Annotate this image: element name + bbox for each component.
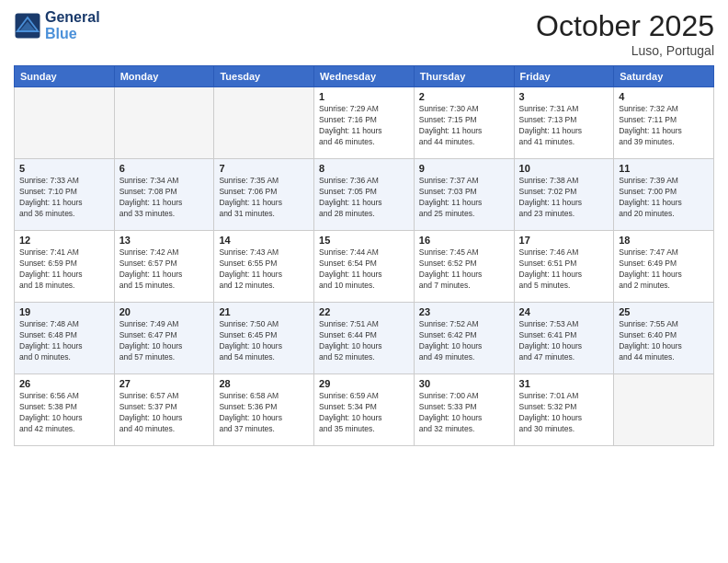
day-number: 28 (219, 378, 309, 389)
calendar-cell: 19Sunrise: 7:48 AM Sunset: 6:48 PM Dayli… (15, 303, 115, 374)
day-detail: Sunrise: 7:43 AM Sunset: 6:55 PM Dayligh… (219, 247, 309, 292)
day-detail: Sunrise: 7:48 AM Sunset: 6:48 PM Dayligh… (19, 319, 109, 363)
day-detail: Sunrise: 7:29 AM Sunset: 7:16 PM Dayligh… (319, 104, 409, 148)
weekday-header: Friday (514, 66, 614, 87)
calendar-cell: 12Sunrise: 7:41 AM Sunset: 6:59 PM Dayli… (15, 231, 115, 303)
day-number: 24 (519, 306, 609, 317)
day-detail: Sunrise: 7:39 AM Sunset: 7:00 PM Dayligh… (619, 176, 709, 220)
day-detail: Sunrise: 7:44 AM Sunset: 6:54 PM Dayligh… (319, 247, 409, 292)
calendar-cell (114, 87, 214, 159)
calendar-cell: 21Sunrise: 7:50 AM Sunset: 6:45 PM Dayli… (214, 303, 314, 374)
calendar-cell: 2Sunrise: 7:30 AM Sunset: 7:15 PM Daylig… (414, 87, 514, 159)
calendar-cell (15, 87, 115, 159)
day-number: 12 (19, 235, 109, 246)
calendar-cell: 14Sunrise: 7:43 AM Sunset: 6:55 PM Dayli… (214, 231, 314, 303)
calendar-cell: 9Sunrise: 7:37 AM Sunset: 7:03 PM Daylig… (414, 159, 514, 231)
weekday-header-row: SundayMondayTuesdayWednesdayThursdayFrid… (15, 66, 714, 87)
calendar-cell: 27Sunrise: 6:57 AM Sunset: 5:37 PM Dayli… (114, 374, 214, 446)
calendar-week-row: 19Sunrise: 7:48 AM Sunset: 6:48 PM Dayli… (15, 303, 714, 374)
day-detail: Sunrise: 7:31 AM Sunset: 7:13 PM Dayligh… (519, 104, 609, 148)
day-detail: Sunrise: 7:36 AM Sunset: 7:05 PM Dayligh… (319, 176, 409, 220)
day-detail: Sunrise: 7:01 AM Sunset: 5:32 PM Dayligh… (519, 391, 609, 435)
calendar-cell: 13Sunrise: 7:42 AM Sunset: 6:57 PM Dayli… (114, 231, 214, 303)
calendar-cell: 10Sunrise: 7:38 AM Sunset: 7:02 PM Dayli… (514, 159, 614, 231)
calendar-cell: 8Sunrise: 7:36 AM Sunset: 7:05 PM Daylig… (314, 159, 415, 231)
calendar-week-row: 26Sunrise: 6:56 AM Sunset: 5:38 PM Dayli… (15, 374, 714, 446)
calendar-cell: 22Sunrise: 7:51 AM Sunset: 6:44 PM Dayli… (314, 303, 415, 374)
day-number: 18 (619, 235, 709, 246)
day-detail: Sunrise: 7:42 AM Sunset: 6:57 PM Dayligh… (119, 247, 210, 292)
day-detail: Sunrise: 7:00 AM Sunset: 5:33 PM Dayligh… (419, 391, 509, 435)
calendar-cell: 1Sunrise: 7:29 AM Sunset: 7:16 PM Daylig… (314, 87, 415, 159)
day-number: 19 (19, 306, 109, 317)
day-number: 11 (619, 163, 709, 174)
day-detail: Sunrise: 7:55 AM Sunset: 6:40 PM Dayligh… (619, 319, 709, 363)
calendar-cell: 16Sunrise: 7:45 AM Sunset: 6:52 PM Dayli… (414, 231, 514, 303)
calendar-cell: 26Sunrise: 6:56 AM Sunset: 5:38 PM Dayli… (15, 374, 115, 446)
day-number: 25 (619, 306, 709, 317)
day-detail: Sunrise: 7:37 AM Sunset: 7:03 PM Dayligh… (419, 176, 509, 220)
title-block: October 2025 Luso, Portugal (536, 9, 714, 58)
calendar-cell: 20Sunrise: 7:49 AM Sunset: 6:47 PM Dayli… (114, 303, 214, 374)
calendar-cell: 11Sunrise: 7:39 AM Sunset: 7:00 PM Dayli… (614, 159, 714, 231)
calendar-week-row: 5Sunrise: 7:33 AM Sunset: 7:10 PM Daylig… (15, 159, 714, 231)
calendar-cell (214, 87, 314, 159)
day-number: 1 (319, 91, 409, 102)
day-number: 4 (619, 91, 709, 102)
day-number: 23 (419, 306, 509, 317)
logo-text: General Blue (45, 9, 100, 41)
day-detail: Sunrise: 6:58 AM Sunset: 5:36 PM Dayligh… (219, 391, 309, 435)
calendar-cell: 15Sunrise: 7:44 AM Sunset: 6:54 PM Dayli… (314, 231, 415, 303)
day-detail: Sunrise: 7:38 AM Sunset: 7:02 PM Dayligh… (519, 176, 609, 220)
day-number: 13 (119, 235, 210, 246)
day-number: 21 (219, 306, 309, 317)
calendar-cell (614, 374, 714, 446)
weekday-header: Monday (114, 66, 214, 87)
day-number: 3 (519, 91, 609, 102)
weekday-header: Wednesday (314, 66, 415, 87)
day-detail: Sunrise: 6:56 AM Sunset: 5:38 PM Dayligh… (19, 391, 109, 435)
day-number: 30 (419, 378, 509, 389)
day-number: 22 (319, 306, 409, 317)
calendar-cell: 29Sunrise: 6:59 AM Sunset: 5:34 PM Dayli… (314, 374, 415, 446)
day-number: 29 (319, 378, 409, 389)
day-number: 9 (419, 163, 509, 174)
day-detail: Sunrise: 7:50 AM Sunset: 6:45 PM Dayligh… (219, 319, 309, 363)
day-detail: Sunrise: 7:51 AM Sunset: 6:44 PM Dayligh… (319, 319, 409, 363)
day-detail: Sunrise: 7:45 AM Sunset: 6:52 PM Dayligh… (419, 247, 509, 292)
location-subtitle: Luso, Portugal (536, 43, 714, 58)
day-number: 26 (19, 378, 109, 389)
calendar-cell: 7Sunrise: 7:35 AM Sunset: 7:06 PM Daylig… (214, 159, 314, 231)
weekday-header: Tuesday (214, 66, 314, 87)
day-detail: Sunrise: 6:57 AM Sunset: 5:37 PM Dayligh… (119, 391, 210, 435)
calendar-cell: 4Sunrise: 7:32 AM Sunset: 7:11 PM Daylig… (614, 87, 714, 159)
calendar-cell: 6Sunrise: 7:34 AM Sunset: 7:08 PM Daylig… (114, 159, 214, 231)
day-detail: Sunrise: 7:46 AM Sunset: 6:51 PM Dayligh… (519, 247, 609, 292)
calendar-cell: 31Sunrise: 7:01 AM Sunset: 5:32 PM Dayli… (514, 374, 614, 446)
calendar-week-row: 12Sunrise: 7:41 AM Sunset: 6:59 PM Dayli… (15, 231, 714, 303)
day-number: 14 (219, 235, 309, 246)
day-detail: Sunrise: 7:49 AM Sunset: 6:47 PM Dayligh… (119, 319, 210, 363)
day-number: 27 (119, 378, 210, 389)
day-detail: Sunrise: 7:33 AM Sunset: 7:10 PM Dayligh… (19, 176, 109, 220)
calendar-cell: 3Sunrise: 7:31 AM Sunset: 7:13 PM Daylig… (514, 87, 614, 159)
day-detail: Sunrise: 7:32 AM Sunset: 7:11 PM Dayligh… (619, 104, 709, 148)
logo: General Blue (14, 9, 100, 41)
calendar-cell: 24Sunrise: 7:53 AM Sunset: 6:41 PM Dayli… (514, 303, 614, 374)
weekday-header: Thursday (414, 66, 514, 87)
day-detail: Sunrise: 7:52 AM Sunset: 6:42 PM Dayligh… (419, 319, 509, 363)
day-detail: Sunrise: 7:35 AM Sunset: 7:06 PM Dayligh… (219, 176, 309, 220)
weekday-header: Saturday (614, 66, 714, 87)
day-detail: Sunrise: 6:59 AM Sunset: 5:34 PM Dayligh… (319, 391, 409, 435)
day-number: 5 (19, 163, 109, 174)
day-detail: Sunrise: 7:41 AM Sunset: 6:59 PM Dayligh… (19, 247, 109, 292)
day-number: 20 (119, 306, 210, 317)
day-detail: Sunrise: 7:53 AM Sunset: 6:41 PM Dayligh… (519, 319, 609, 363)
header: General Blue October 2025 Luso, Portugal (14, 9, 714, 58)
calendar-cell: 23Sunrise: 7:52 AM Sunset: 6:42 PM Dayli… (414, 303, 514, 374)
day-number: 10 (519, 163, 609, 174)
day-number: 15 (319, 235, 409, 246)
day-number: 31 (519, 378, 609, 389)
day-detail: Sunrise: 7:47 AM Sunset: 6:49 PM Dayligh… (619, 247, 709, 292)
day-number: 8 (319, 163, 409, 174)
